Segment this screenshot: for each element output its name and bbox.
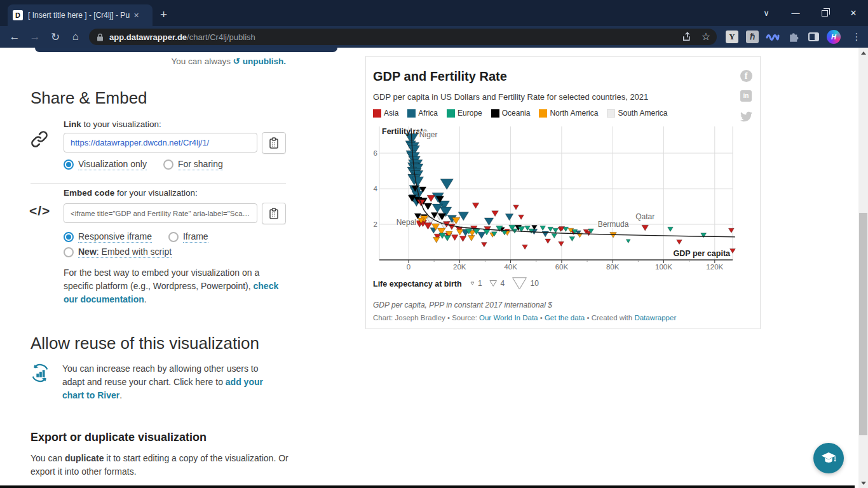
embed-field-label: Embed code for your visualization: bbox=[64, 188, 198, 198]
svg-text:Qatar: Qatar bbox=[635, 212, 654, 221]
window-minimize-button[interactable]: — bbox=[781, 0, 810, 26]
legend-item-europe: Europe bbox=[447, 109, 482, 118]
svg-text:Nepal: Nepal bbox=[397, 218, 416, 227]
link-chain-icon bbox=[29, 129, 50, 152]
svg-text:40K: 40K bbox=[504, 263, 517, 271]
svg-text:6: 6 bbox=[374, 149, 377, 157]
radio-iframe[interactable]: Iframe bbox=[168, 231, 208, 243]
get-data-link[interactable]: Get the data bbox=[545, 314, 585, 322]
browser-menu-icon[interactable]: ⋮ bbox=[849, 29, 864, 44]
scrollbar-thumb[interactable] bbox=[859, 213, 867, 435]
svg-text:60K: 60K bbox=[555, 263, 569, 271]
scatter-plot: 020K40K60K80K100K120K246Fertility rateGD… bbox=[372, 125, 737, 275]
bookmark-star-icon[interactable]: ☆ bbox=[702, 30, 710, 43]
embed-code-input[interactable] bbox=[64, 203, 257, 223]
chart-footnote: GDP per capita, PPP in constant 2017 int… bbox=[373, 301, 552, 309]
share-link-input[interactable] bbox=[64, 133, 257, 152]
link-field-label: Link to your visualization: bbox=[64, 119, 161, 129]
lock-icon bbox=[97, 33, 104, 41]
svg-text:4: 4 bbox=[500, 279, 505, 288]
legend-item-africa: Africa bbox=[407, 109, 438, 118]
svg-text:120K: 120K bbox=[706, 263, 723, 271]
window-restore-button[interactable] bbox=[810, 0, 839, 26]
chart-byline: Chart: Joseph Bradley • Source: Our Worl… bbox=[373, 314, 676, 322]
browser-titlebar: D [ Insert title here ] - [Cr4lj] - Publ… bbox=[0, 0, 868, 26]
copy-embed-button[interactable] bbox=[262, 203, 286, 224]
size-legend: Life expectancy at birth 1410 bbox=[373, 275, 550, 293]
radio-responsive-iframe[interactable]: Responsive iframe bbox=[64, 231, 152, 243]
scrollbar-down-arrow[interactable] bbox=[858, 478, 868, 488]
svg-text:0: 0 bbox=[407, 263, 410, 271]
svg-text:4: 4 bbox=[374, 185, 378, 193]
datawrapper-favicon: D bbox=[13, 10, 23, 20]
vertical-scrollbar[interactable] bbox=[858, 48, 868, 488]
radio-for-sharing[interactable]: For sharing bbox=[163, 159, 223, 170]
legend-item-south-america: South America bbox=[607, 109, 667, 118]
source-link[interactable]: Our World In Data bbox=[479, 314, 538, 322]
reuse-heading: Allow reuse of this visualization bbox=[31, 334, 259, 353]
svg-text:Bermuda: Bermuda bbox=[598, 220, 629, 229]
unpublish-prefix: You can always bbox=[172, 57, 231, 66]
tab-title: [ Insert title here ] - [Cr4lj] - Publ bbox=[28, 11, 130, 20]
new-tab-button[interactable]: + bbox=[160, 6, 167, 23]
share-icon[interactable] bbox=[681, 31, 693, 43]
url-domain: app.datawrapper.de bbox=[109, 32, 187, 42]
svg-text:80K: 80K bbox=[606, 263, 620, 271]
divider bbox=[31, 183, 286, 184]
undo-icon: ↺ bbox=[233, 57, 240, 66]
help-academy-button[interactable] bbox=[813, 443, 844, 473]
extension-wave-icon[interactable] bbox=[765, 29, 780, 44]
extensions-puzzle-icon[interactable] bbox=[786, 29, 801, 44]
legend-item-oceania: Oceania bbox=[491, 109, 531, 118]
tab-close-icon[interactable]: ✕ bbox=[133, 11, 139, 20]
legend-item-asia: Asia bbox=[373, 109, 398, 118]
embed-type-radio-group: Responsive iframe Iframe bbox=[64, 231, 208, 243]
chart-subtitle: GDP per capita in US Dollars and Fertili… bbox=[373, 92, 648, 102]
url-path: /chart/Cr4lj/publish bbox=[187, 32, 255, 42]
share-embed-heading: Share & Embed bbox=[31, 88, 147, 108]
chart-preview-card: GDP and Fertility Rate GDP per capita in… bbox=[365, 56, 761, 329]
export-paragraph: You can duplicate it to start editing a … bbox=[31, 452, 304, 478]
svg-text:Niger: Niger bbox=[419, 130, 438, 139]
unpublish-note: You can always ↺ unpublish. bbox=[31, 56, 286, 66]
link-type-radio-group: Visualization only For sharing bbox=[64, 159, 223, 170]
chart-title: GDP and Fertility Rate bbox=[373, 69, 507, 84]
chart-color-legend: AsiaAfricaEuropeOceaniaNorth AmericaSout… bbox=[373, 109, 668, 118]
copy-link-button[interactable] bbox=[262, 132, 286, 154]
svg-text:20K: 20K bbox=[453, 263, 466, 271]
svg-text:100K: 100K bbox=[655, 263, 672, 271]
extension-hbar-icon[interactable]: ℏ bbox=[745, 29, 760, 44]
facebook-share-icon[interactable]: f bbox=[740, 69, 752, 82]
datawrapper-link[interactable]: Datawrapper bbox=[634, 314, 676, 322]
code-icon: </> bbox=[29, 203, 50, 219]
twitter-share-icon[interactable] bbox=[740, 110, 752, 123]
browser-toolbar: ← → ↻ ⌂ app.datawrapper.de/chart/Cr4lj/p… bbox=[0, 26, 868, 48]
forward-button[interactable]: → bbox=[25, 26, 44, 48]
export-heading: Export or duplicate visualization bbox=[31, 431, 207, 444]
reload-button[interactable]: ↻ bbox=[46, 26, 65, 48]
reuse-paragraph: You can increase reach by allowing other… bbox=[62, 362, 272, 402]
svg-text:GDP per capita: GDP per capita bbox=[674, 249, 731, 258]
svg-text:10: 10 bbox=[530, 279, 539, 288]
linkedin-share-icon[interactable]: in bbox=[740, 90, 752, 102]
svg-text:2: 2 bbox=[374, 220, 377, 228]
extension-y-icon[interactable]: Y bbox=[724, 29, 740, 44]
browser-tab[interactable]: D [ Insert title here ] - [Cr4lj] - Publ… bbox=[8, 4, 153, 26]
tab-search-chevron-icon[interactable]: ∨ bbox=[752, 0, 781, 26]
home-button[interactable]: ⌂ bbox=[66, 26, 85, 48]
taskbar-edge bbox=[0, 485, 855, 488]
legend-item-north-america: North America bbox=[539, 109, 598, 118]
profile-avatar[interactable]: H bbox=[826, 29, 841, 44]
side-panel-icon[interactable] bbox=[806, 29, 821, 44]
scrollbar-up-arrow[interactable] bbox=[858, 48, 868, 58]
radio-new-embed-script[interactable]: New: Embed with script bbox=[64, 247, 172, 258]
radio-visualization-only[interactable]: Visualization only bbox=[64, 159, 147, 170]
docs-paragraph: For the best way to embed your visualiza… bbox=[64, 266, 283, 306]
window-close-button[interactable]: ✕ bbox=[839, 0, 868, 26]
publish-button-edge[interactable] bbox=[35, 48, 337, 52]
back-button[interactable]: ← bbox=[5, 26, 24, 48]
embed-type-radio-row2: New: Embed with script bbox=[64, 247, 172, 258]
unpublish-link[interactable]: unpublish. bbox=[243, 57, 286, 66]
screen: D [ Insert title here ] - [Cr4lj] - Publ… bbox=[0, 0, 868, 488]
url-bar[interactable]: app.datawrapper.de/chart/Cr4lj/publish ☆ bbox=[89, 29, 717, 45]
